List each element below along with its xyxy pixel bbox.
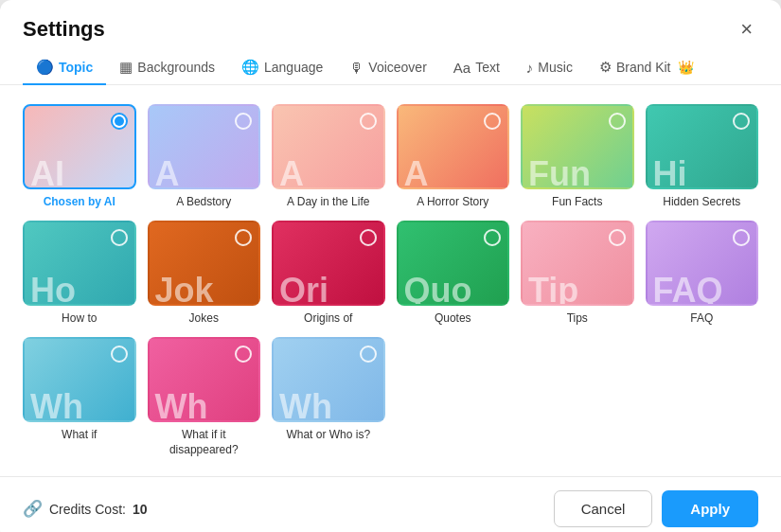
tab-backgrounds[interactable]: ▦ Backgrounds: [106, 51, 228, 85]
tabs-bar: 🔵 Topic ▦ Backgrounds 🌐 Language 🎙 Voice…: [0, 42, 781, 85]
credits-info: 🔗 Credits Cost: 10: [23, 499, 148, 519]
topic-thumb-text: Hi: [653, 157, 687, 189]
radio-circle: [733, 229, 750, 246]
topic-thumb-chosen-by-ai[interactable]: AI: [23, 104, 136, 189]
radio-circle: [609, 113, 626, 130]
topic-thumb-quotes[interactable]: Quo: [397, 221, 510, 306]
radio-circle: [484, 113, 501, 130]
topic-label: FAQ: [690, 311, 713, 327]
dialog-footer: 🔗 Credits Cost: 10 Cancel Apply: [0, 476, 781, 532]
radio-circle: [111, 346, 128, 363]
backgrounds-icon: ▦: [119, 59, 133, 76]
topic-thumb-text: Wh: [279, 390, 332, 422]
topic-label: Hidden Secrets: [663, 195, 740, 210]
topic-thumb-what-if[interactable]: Wh: [23, 337, 136, 422]
topic-label: Origins of: [304, 311, 352, 327]
radio-inner: [115, 116, 124, 126]
topic-thumb-what-or-who[interactable]: Wh: [272, 337, 385, 422]
dialog-header: Settings ×: [0, 0, 781, 42]
topic-label: Chosen by AI: [44, 195, 115, 210]
language-icon: 🌐: [241, 59, 259, 76]
topic-thumb-what-if-disappeared[interactable]: Wh: [148, 337, 261, 422]
credits-label: Credits Cost:: [49, 502, 126, 517]
topic-thumb-text: FAQ: [653, 274, 723, 306]
topic-thumb-text: A: [404, 157, 429, 189]
radio-circle: [360, 346, 377, 363]
topic-thumb-text: AI: [30, 157, 64, 189]
topic-thumb-text: Jok: [155, 274, 214, 306]
topic-thumb-tips[interactable]: Tip: [521, 221, 634, 306]
brandkit-icon: ⚙: [599, 59, 612, 76]
topic-thumb-text: Fun: [528, 157, 591, 189]
radio-circle: [360, 113, 377, 130]
radio-circle: [235, 229, 252, 246]
topic-thumb-text: Ori: [279, 274, 328, 306]
credits-icon: 🔗: [23, 499, 43, 519]
topic-card-bedstory[interactable]: AA Bedstory: [148, 104, 261, 209]
radio-circle: [484, 229, 501, 246]
radio-circle: [111, 113, 128, 130]
topic-label: What or Who is?: [286, 428, 370, 443]
topic-grid: AIChosen by AIAA BedstoryAA Day in the L…: [23, 104, 758, 457]
tab-brandkit[interactable]: ⚙ Brand Kit 👑: [586, 51, 707, 85]
topic-card-what-if-disappeared[interactable]: WhWhat if it disappeared?: [148, 337, 261, 457]
radio-circle: [111, 229, 128, 246]
topic-label: Quotes: [435, 311, 471, 327]
settings-dialog: Settings × 🔵 Topic ▦ Backgrounds 🌐 Langu…: [0, 0, 781, 532]
topic-card-day-in-life[interactable]: AA Day in the Life: [272, 104, 385, 209]
content-area: AIChosen by AIAA BedstoryAA Day in the L…: [0, 85, 781, 476]
topic-card-quotes[interactable]: QuoQuotes: [397, 221, 510, 326]
topic-thumb-text: Wh: [155, 390, 208, 422]
topic-thumb-origins-of[interactable]: Ori: [272, 221, 385, 306]
topic-thumb-how-to[interactable]: Ho: [23, 221, 136, 306]
music-icon: ♪: [526, 60, 534, 76]
topic-label: Jokes: [189, 311, 219, 327]
topic-thumb-horror-story[interactable]: A: [397, 104, 510, 189]
topic-card-origins-of[interactable]: OriOrigins of: [272, 221, 385, 326]
topic-card-hidden-secrets[interactable]: HiHidden Secrets: [646, 104, 759, 209]
topic-label: A Bedstory: [176, 195, 231, 210]
tab-text[interactable]: Aa Text: [440, 52, 513, 85]
tab-language[interactable]: 🌐 Language: [228, 51, 336, 85]
tab-topic[interactable]: 🔵 Topic: [23, 51, 106, 85]
close-button[interactable]: ×: [735, 17, 758, 42]
topic-card-how-to[interactable]: HoHow to: [23, 221, 136, 326]
topic-card-jokes[interactable]: JokJokes: [148, 221, 261, 326]
topic-thumb-faq[interactable]: FAQ: [646, 221, 759, 306]
credits-value: 10: [133, 502, 148, 517]
topic-label: What if: [62, 428, 97, 443]
text-icon: Aa: [453, 60, 470, 76]
topic-label: A Horror Story: [417, 195, 488, 210]
topic-card-what-if[interactable]: WhWhat if: [23, 337, 136, 457]
topic-thumb-hidden-secrets[interactable]: Hi: [646, 104, 759, 189]
topic-card-tips[interactable]: TipTips: [521, 221, 634, 326]
topic-label: How to: [62, 311, 97, 327]
footer-actions: Cancel Apply: [554, 490, 758, 527]
topic-card-horror-story[interactable]: AA Horror Story: [397, 104, 510, 209]
topic-thumb-day-in-life[interactable]: A: [272, 104, 385, 189]
apply-button[interactable]: Apply: [662, 490, 758, 527]
topic-thumb-bedstory[interactable]: A: [148, 104, 261, 189]
tab-music[interactable]: ♪ Music: [513, 52, 586, 85]
voiceover-icon: 🎙: [349, 60, 364, 76]
radio-circle: [235, 346, 252, 363]
topic-thumb-text: Tip: [528, 274, 578, 306]
topic-icon: 🔵: [36, 59, 54, 76]
topic-label: What if it disappeared?: [148, 428, 261, 457]
topic-label: Fun Facts: [552, 195, 602, 210]
topic-thumb-text: Ho: [30, 274, 76, 306]
tab-voiceover[interactable]: 🎙 Voiceover: [336, 52, 439, 85]
topic-thumb-text: A: [155, 157, 180, 189]
dialog-title: Settings: [23, 17, 105, 42]
cancel-button[interactable]: Cancel: [554, 490, 653, 527]
topic-thumb-text: Wh: [30, 390, 83, 422]
topic-card-what-or-who[interactable]: WhWhat or Who is?: [272, 337, 385, 457]
topic-thumb-fun-facts[interactable]: Fun: [521, 104, 634, 189]
radio-circle: [360, 229, 377, 246]
topic-card-fun-facts[interactable]: FunFun Facts: [521, 104, 634, 209]
topic-label: Tips: [567, 311, 588, 327]
topic-thumb-jokes[interactable]: Jok: [148, 221, 261, 306]
topic-card-chosen-by-ai[interactable]: AIChosen by AI: [23, 104, 136, 209]
topic-card-faq[interactable]: FAQFAQ: [646, 221, 759, 326]
radio-circle: [733, 113, 750, 130]
